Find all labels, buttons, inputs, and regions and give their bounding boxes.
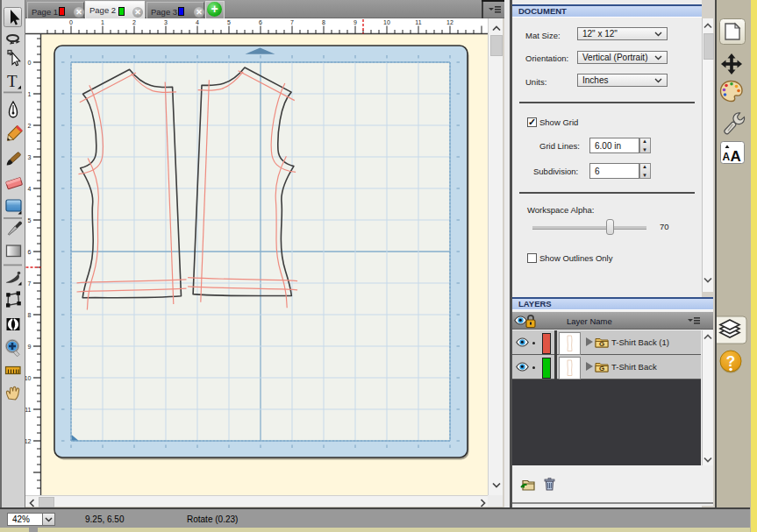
svg-text:7: 7 [28, 280, 32, 287]
svg-text:3: 3 [164, 19, 168, 25]
svg-text:6: 6 [259, 19, 262, 25]
svg-text:A: A [731, 148, 741, 165]
svg-text:5: 5 [28, 217, 32, 223]
svg-text:10: 10 [383, 19, 390, 25]
svg-text:0: 0 [28, 60, 32, 66]
svg-text:9: 9 [28, 344, 32, 350]
svg-text:9: 9 [354, 19, 357, 25]
svg-text:4: 4 [196, 19, 199, 25]
svg-text:7: 7 [290, 19, 294, 25]
svg-text:11: 11 [25, 407, 32, 413]
svg-text:G: G [599, 340, 604, 348]
svg-text:4: 4 [28, 186, 32, 192]
svg-text:12: 12 [25, 438, 32, 444]
svg-text:3: 3 [28, 154, 32, 160]
svg-text:?: ? [726, 353, 735, 370]
svg-text:2: 2 [28, 123, 32, 129]
svg-text:5: 5 [227, 19, 231, 25]
svg-text:1: 1 [28, 91, 32, 97]
svg-text:10: 10 [25, 375, 32, 381]
svg-text:12: 12 [446, 19, 453, 25]
svg-text:8: 8 [322, 19, 325, 25]
svg-text:6: 6 [28, 249, 32, 255]
svg-text:0: 0 [69, 19, 73, 25]
svg-text:A: A [723, 151, 731, 163]
svg-text:1: 1 [101, 19, 104, 25]
svg-text:11: 11 [415, 19, 421, 25]
svg-text:G: G [599, 365, 604, 372]
svg-text:T: T [7, 72, 18, 90]
svg-text:2: 2 [132, 19, 136, 25]
svg-text:8: 8 [28, 312, 32, 318]
